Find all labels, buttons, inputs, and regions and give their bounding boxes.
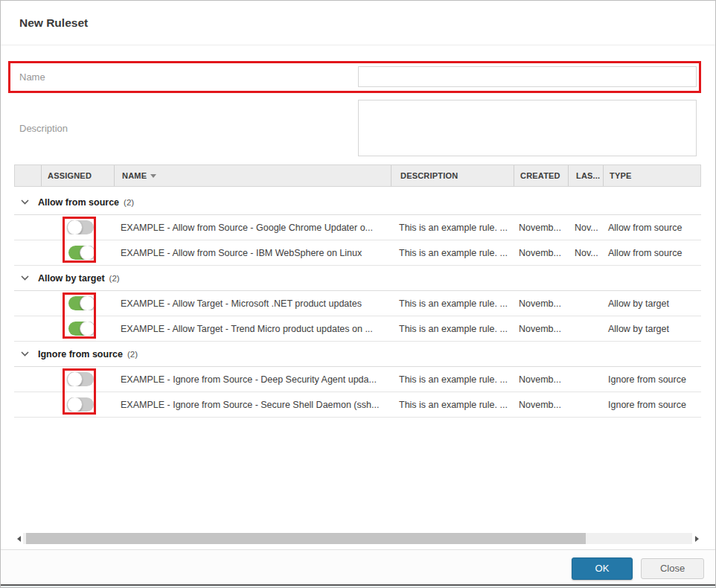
rule-type: Allow by target bbox=[602, 298, 701, 309]
table-header-row: ASSIGNED NAME DESCRIPTION CREATED LAS...… bbox=[14, 164, 701, 187]
rules-table: ASSIGNED NAME DESCRIPTION CREATED LAS...… bbox=[14, 164, 701, 418]
rule-type: Allow from source bbox=[602, 223, 701, 233]
group-header-allow-by-target[interactable]: Allow by target (2) bbox=[14, 266, 701, 291]
description-textarea[interactable] bbox=[358, 100, 697, 156]
table-row: EXAMPLE - Ignore from Source - Secure Sh… bbox=[14, 392, 701, 418]
assigned-cell bbox=[40, 372, 113, 386]
close-button[interactable]: Close bbox=[641, 558, 704, 579]
rule-created: Novemb... bbox=[513, 248, 567, 258]
rule-name[interactable]: EXAMPLE - Ignore from Source - Secure Sh… bbox=[113, 400, 390, 410]
chevron-down-icon[interactable] bbox=[21, 199, 29, 205]
header-created[interactable]: CREATED bbox=[514, 165, 568, 186]
scrollbar-thumb[interactable] bbox=[26, 533, 586, 544]
header-assigned[interactable]: ASSIGNED bbox=[41, 165, 114, 186]
arrow-left-icon bbox=[17, 536, 21, 542]
ok-button[interactable]: OK bbox=[572, 557, 633, 580]
dialog-footer: OK Close bbox=[1, 549, 715, 584]
scroll-left-button[interactable] bbox=[14, 532, 23, 545]
new-ruleset-dialog: New Ruleset Name Description ASSIGNED NA… bbox=[0, 0, 716, 588]
assigned-cell bbox=[40, 322, 113, 336]
name-field-label: Name bbox=[19, 71, 45, 83]
assigned-toggle[interactable] bbox=[68, 220, 94, 234]
assigned-toggle[interactable] bbox=[68, 296, 94, 310]
toggle-knob bbox=[67, 397, 83, 412]
name-input[interactable] bbox=[358, 66, 697, 87]
assigned-cell bbox=[40, 397, 113, 412]
header-type[interactable]: TYPE bbox=[603, 165, 700, 186]
table-row: EXAMPLE - Ignore from Source - Deep Secu… bbox=[14, 367, 701, 392]
rule-description: This is an example rule. ... bbox=[390, 324, 513, 334]
rule-name[interactable]: EXAMPLE - Allow from Source - IBM WebSph… bbox=[113, 248, 390, 258]
rule-type: Allow from source bbox=[602, 248, 701, 258]
group-header-allow-from-source[interactable]: Allow from source (2) bbox=[14, 190, 701, 215]
toggle-knob bbox=[80, 322, 95, 336]
dialog-title: New Ruleset bbox=[19, 1, 88, 45]
rule-last: Nov... bbox=[567, 248, 602, 258]
group-count: (2) bbox=[124, 198, 134, 207]
rule-description: This is an example rule. ... bbox=[390, 223, 513, 233]
rule-description: This is an example rule. ... bbox=[390, 248, 513, 258]
rule-description: This is an example rule. ... bbox=[390, 298, 513, 309]
toggle-knob bbox=[80, 296, 95, 310]
rule-name[interactable]: EXAMPLE - Allow Target - Microsoft .NET … bbox=[113, 298, 390, 309]
group-count: (2) bbox=[109, 274, 120, 283]
rule-type: Ignore from source bbox=[602, 400, 701, 410]
arrow-right-icon bbox=[695, 536, 699, 542]
rule-created: Novemb... bbox=[513, 324, 567, 334]
assigned-cell bbox=[40, 246, 113, 260]
header-expander bbox=[15, 165, 41, 186]
group-header-ignore-from-source[interactable]: Ignore from source (2) bbox=[14, 342, 701, 367]
rule-last: Nov... bbox=[567, 223, 602, 233]
header-description[interactable]: DESCRIPTION bbox=[391, 165, 514, 186]
assigned-toggle[interactable] bbox=[68, 322, 94, 336]
group-label: Allow by target bbox=[38, 273, 105, 284]
rule-type: Allow by target bbox=[602, 324, 701, 334]
toggle-knob bbox=[67, 372, 83, 386]
assigned-cell bbox=[40, 220, 113, 234]
chevron-down-icon[interactable] bbox=[21, 351, 29, 357]
header-name-label: NAME bbox=[122, 171, 147, 180]
assigned-cell bbox=[40, 296, 113, 310]
table-row: EXAMPLE - Allow from Source - IBM WebSph… bbox=[14, 240, 701, 266]
rule-description: This is an example rule. ... bbox=[390, 374, 513, 385]
table-row: EXAMPLE - Allow Target - Trend Micro pro… bbox=[14, 316, 701, 342]
table-row: EXAMPLE - Allow Target - Microsoft .NET … bbox=[14, 291, 701, 316]
toggle-knob bbox=[67, 220, 83, 234]
table-row: EXAMPLE - Allow from Source - Google Chr… bbox=[14, 215, 701, 240]
header-last[interactable]: LAS... bbox=[568, 165, 603, 186]
horizontal-scrollbar[interactable] bbox=[14, 532, 701, 545]
rule-created: Novemb... bbox=[513, 400, 567, 410]
rule-name[interactable]: EXAMPLE - Ignore from Source - Deep Secu… bbox=[113, 374, 390, 385]
rule-name[interactable]: EXAMPLE - Allow Target - Trend Micro pro… bbox=[113, 324, 390, 334]
scroll-right-button[interactable] bbox=[692, 532, 701, 545]
group-label: Ignore from source bbox=[38, 349, 123, 359]
rule-created: Novemb... bbox=[513, 223, 567, 233]
header-name[interactable]: NAME bbox=[114, 165, 391, 186]
assigned-toggle[interactable] bbox=[68, 372, 94, 386]
toggle-knob bbox=[80, 246, 95, 260]
rule-created: Novemb... bbox=[513, 374, 567, 385]
rule-description: This is an example rule. ... bbox=[390, 400, 513, 410]
group-count: (2) bbox=[127, 350, 138, 359]
group-label: Allow from source bbox=[38, 197, 119, 208]
description-field-label: Description bbox=[19, 123, 68, 134]
scrollbar-track[interactable] bbox=[23, 533, 692, 544]
rule-type: Ignore from source bbox=[602, 374, 701, 385]
chevron-down-icon[interactable] bbox=[21, 275, 29, 281]
dialog-titlebar: New Ruleset bbox=[1, 1, 715, 45]
rule-name[interactable]: EXAMPLE - Allow from Source - Google Chr… bbox=[113, 223, 390, 233]
assigned-toggle[interactable] bbox=[68, 397, 94, 412]
rule-created: Novemb... bbox=[513, 298, 567, 309]
assigned-toggle[interactable] bbox=[68, 246, 94, 260]
sort-desc-icon bbox=[150, 174, 156, 178]
